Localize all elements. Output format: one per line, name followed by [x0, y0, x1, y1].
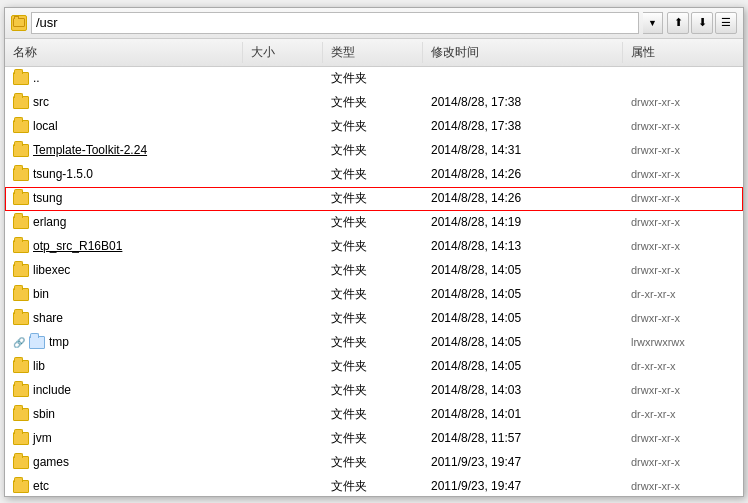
file-size-cell: [243, 308, 323, 329]
file-permissions-cell: drwxr-xr-x: [623, 308, 743, 329]
folder-icon: [13, 360, 29, 373]
file-size-cell: [243, 356, 323, 377]
table-row[interactable]: tsung文件夹2014/8/28, 14:26drwxr-xr-x: [5, 187, 743, 211]
file-modified-cell: 2014/8/28, 14:01: [423, 404, 623, 425]
file-permissions-cell: drwxr-xr-x: [623, 452, 743, 473]
file-modified-cell: 2014/8/28, 14:13: [423, 236, 623, 257]
file-size-cell: [243, 212, 323, 233]
file-name-text: local: [33, 119, 58, 133]
file-type-cell: 文件夹: [323, 284, 423, 305]
file-name-text: libexec: [33, 263, 70, 277]
table-row[interactable]: share文件夹2014/8/28, 14:05drwxr-xr-x: [5, 307, 743, 331]
folder-icon: [13, 312, 29, 325]
file-permissions-cell: [623, 68, 743, 89]
folder-icon: [13, 480, 29, 493]
folder-icon: [13, 96, 29, 109]
folder-icon: [13, 456, 29, 469]
table-row[interactable]: sbin文件夹2014/8/28, 14:01dr-xr-xr-x: [5, 403, 743, 427]
file-type-cell: 文件夹: [323, 236, 423, 257]
table-row[interactable]: otp_src_R16B01文件夹2014/8/28, 14:13drwxr-x…: [5, 235, 743, 259]
download-btn[interactable]: ⬇: [691, 12, 713, 34]
file-modified-cell: 2014/8/28, 14:26: [423, 164, 623, 185]
col-type[interactable]: 类型: [323, 42, 423, 63]
file-modified-cell: 2014/8/28, 11:57: [423, 428, 623, 449]
table-row[interactable]: etc文件夹2011/9/23, 19:47drwxr-xr-x: [5, 475, 743, 496]
file-type-cell: 文件夹: [323, 116, 423, 137]
table-row[interactable]: games文件夹2011/9/23, 19:47drwxr-xr-x: [5, 451, 743, 475]
file-name-cell: otp_src_R16B01: [5, 236, 243, 257]
file-size-cell: [243, 452, 323, 473]
file-size-cell: [243, 188, 323, 209]
folder-icon: [13, 264, 29, 277]
table-row[interactable]: 🔗tmp文件夹2014/8/28, 14:05lrwxrwxrwx: [5, 331, 743, 355]
file-size-cell: [243, 236, 323, 257]
file-type-cell: 文件夹: [323, 332, 423, 353]
table-row[interactable]: lib文件夹2014/8/28, 14:05dr-xr-xr-x: [5, 355, 743, 379]
table-row[interactable]: ..文件夹: [5, 67, 743, 91]
table-row[interactable]: libexec文件夹2014/8/28, 14:05drwxr-xr-x: [5, 259, 743, 283]
file-permissions-cell: drwxr-xr-x: [623, 260, 743, 281]
col-permissions[interactable]: 属性: [623, 42, 743, 63]
col-name[interactable]: 名称: [5, 42, 243, 63]
table-row[interactable]: Template-Toolkit-2.24文件夹2014/8/28, 14:31…: [5, 139, 743, 163]
file-size-cell: [243, 260, 323, 281]
file-name-text: otp_src_R16B01: [33, 239, 122, 253]
file-modified-cell: 2011/9/23, 19:47: [423, 476, 623, 496]
file-name-cell: erlang: [5, 212, 243, 233]
file-modified-cell: 2014/8/28, 14:05: [423, 284, 623, 305]
folder-icon: [13, 384, 29, 397]
file-size-cell: [243, 68, 323, 89]
file-modified-cell: 2014/8/28, 14:03: [423, 380, 623, 401]
file-name-text: share: [33, 311, 63, 325]
file-size-cell: [243, 92, 323, 113]
file-size-cell: [243, 140, 323, 161]
col-size[interactable]: 大小: [243, 42, 323, 63]
file-modified-cell: 2014/8/28, 17:38: [423, 116, 623, 137]
file-name-text: lib: [33, 359, 45, 373]
upload-btn[interactable]: ⬆: [667, 12, 689, 34]
file-permissions-cell: drwxr-xr-x: [623, 380, 743, 401]
path-input[interactable]: [31, 12, 639, 34]
table-row[interactable]: local文件夹2014/8/28, 17:38drwxr-xr-x: [5, 115, 743, 139]
file-name-cell: include: [5, 380, 243, 401]
file-permissions-cell: drwxr-xr-x: [623, 188, 743, 209]
file-name-cell: lib: [5, 356, 243, 377]
table-row[interactable]: include文件夹2014/8/28, 14:03drwxr-xr-x: [5, 379, 743, 403]
file-permissions-cell: dr-xr-xr-x: [623, 284, 743, 305]
path-dropdown-btn[interactable]: ▼: [643, 12, 663, 34]
table-row[interactable]: erlang文件夹2014/8/28, 14:19drwxr-xr-x: [5, 211, 743, 235]
col-modified[interactable]: 修改时间: [423, 42, 623, 63]
file-permissions-cell: drwxr-xr-x: [623, 140, 743, 161]
file-permissions-cell: drwxr-xr-x: [623, 164, 743, 185]
file-name-text: erlang: [33, 215, 66, 229]
file-size-cell: [243, 404, 323, 425]
file-name-cell: src: [5, 92, 243, 113]
file-modified-cell: 2014/8/28, 14:05: [423, 308, 623, 329]
file-name-text: games: [33, 455, 69, 469]
folder-path-icon: [11, 15, 27, 31]
file-name-cell: bin: [5, 284, 243, 305]
file-size-cell: [243, 284, 323, 305]
table-row[interactable]: tsung-1.5.0文件夹2014/8/28, 14:26drwxr-xr-x: [5, 163, 743, 187]
file-type-cell: 文件夹: [323, 476, 423, 496]
file-name-text: tsung: [33, 191, 62, 205]
file-permissions-cell: drwxr-xr-x: [623, 476, 743, 496]
file-type-cell: 文件夹: [323, 260, 423, 281]
file-name-text: etc: [33, 479, 49, 493]
file-name-cell: jvm: [5, 428, 243, 449]
table-row[interactable]: jvm文件夹2014/8/28, 11:57drwxr-xr-x: [5, 427, 743, 451]
folder-icon: [13, 408, 29, 421]
file-size-cell: [243, 116, 323, 137]
file-type-cell: 文件夹: [323, 140, 423, 161]
file-permissions-cell: drwxr-xr-x: [623, 212, 743, 233]
view-btn[interactable]: ☰: [715, 12, 737, 34]
table-row[interactable]: bin文件夹2014/8/28, 14:05dr-xr-xr-x: [5, 283, 743, 307]
file-type-cell: 文件夹: [323, 452, 423, 473]
file-manager-window: ▼ ⬆ ⬇ ☰ 名称 大小 类型 修改时间 属性 ..文件夹src文件夹2014…: [4, 7, 744, 497]
table-row[interactable]: src文件夹2014/8/28, 17:38drwxr-xr-x: [5, 91, 743, 115]
file-name-cell: 🔗tmp: [5, 332, 243, 353]
file-name-text: include: [33, 383, 71, 397]
folder-icon: [13, 72, 29, 85]
file-modified-cell: 2011/9/23, 19:47: [423, 452, 623, 473]
file-type-cell: 文件夹: [323, 92, 423, 113]
